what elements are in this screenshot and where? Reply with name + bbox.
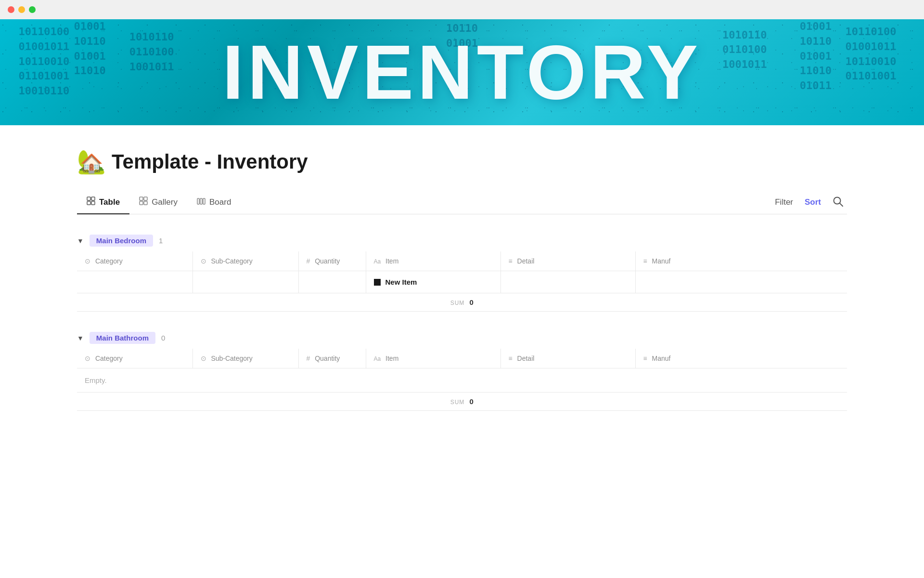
table-header-row-bathroom: ⊙ Category ⊙ Sub-Category # Quantity Aa … xyxy=(77,349,847,368)
table-icon xyxy=(87,197,95,208)
svg-rect-10 xyxy=(203,198,205,204)
svg-rect-6 xyxy=(140,201,143,205)
category-col-icon-b: ⊙ xyxy=(85,355,90,362)
th-subcategory-bathroom[interactable]: ⊙ Sub-Category xyxy=(192,349,298,368)
svg-rect-5 xyxy=(144,197,147,200)
svg-rect-0 xyxy=(87,197,90,200)
quantity-col-icon: # xyxy=(307,257,310,265)
gallery-icon xyxy=(139,197,148,208)
tab-actions: Filter Sort xyxy=(775,196,847,209)
group-label-bedroom[interactable]: Main Bedroom xyxy=(90,235,153,247)
group-main-bedroom: ▼ Main Bedroom 1 ⊙ Category ⊙ Sub-Catego… xyxy=(77,230,847,312)
th-manuf-bathroom[interactable]: ≡ Manuf xyxy=(635,349,847,368)
svg-rect-7 xyxy=(144,201,147,205)
group-count-bedroom: 1 xyxy=(159,236,163,245)
sum-row-bedroom: SUM 0 xyxy=(77,293,847,312)
cell-detail-0[interactable] xyxy=(500,271,635,293)
filter-button[interactable]: Filter xyxy=(775,197,793,207)
maximize-button[interactable] xyxy=(29,6,36,13)
cell-quantity-0[interactable] xyxy=(298,271,366,293)
subcategory-col-icon: ⊙ xyxy=(201,257,206,265)
subcategory-col-icon-b: ⊙ xyxy=(201,355,206,362)
group-main-bathroom: ▼ Main Bathroom 0 ⊙ Category ⊙ Sub-Categ… xyxy=(77,327,847,411)
group-count-bathroom: 0 xyxy=(161,334,165,342)
th-quantity-bathroom[interactable]: # Quantity xyxy=(298,349,366,368)
tab-gallery[interactable]: Gallery xyxy=(129,191,187,214)
svg-line-12 xyxy=(840,203,843,206)
th-manuf-bedroom[interactable]: ≡ Manuf xyxy=(635,251,847,271)
close-button[interactable] xyxy=(8,6,14,13)
tab-table-label: Table xyxy=(99,197,120,207)
th-detail-bedroom[interactable]: ≡ Detail xyxy=(500,251,635,271)
board-icon xyxy=(197,197,205,207)
new-item-icon xyxy=(374,279,381,286)
detail-col-icon: ≡ xyxy=(509,257,513,265)
tab-gallery-label: Gallery xyxy=(152,197,178,207)
main-content: 🏡 Template - Inventory Table xyxy=(0,125,924,434)
page-title-row: 🏡 Template - Inventory xyxy=(77,148,847,175)
titlebar xyxy=(0,0,924,19)
sum-value-bathroom: 0 xyxy=(469,397,474,406)
tabs-row: Table Gallery Boa xyxy=(77,191,847,214)
group-chevron-bedroom[interactable]: ▼ xyxy=(77,237,84,245)
category-col-icon: ⊙ xyxy=(85,257,90,265)
sum-value-bedroom: 0 xyxy=(469,298,474,306)
tab-table[interactable]: Table xyxy=(77,191,129,214)
sum-label-bathroom: SUM xyxy=(450,399,465,406)
new-item-label: New Item xyxy=(385,278,417,286)
empty-text-bathroom: Empty. xyxy=(77,368,847,393)
tab-board[interactable]: Board xyxy=(187,192,241,214)
cell-item-0[interactable]: New Item xyxy=(366,271,500,293)
svg-rect-3 xyxy=(91,201,95,205)
svg-rect-9 xyxy=(200,198,202,204)
svg-rect-2 xyxy=(87,201,90,205)
svg-rect-4 xyxy=(140,197,143,200)
th-subcategory-bedroom[interactable]: ⊙ Sub-Category xyxy=(192,251,298,271)
table-bathroom: ⊙ Category ⊙ Sub-Category # Quantity Aa … xyxy=(77,349,847,393)
th-category-bathroom[interactable]: ⊙ Category xyxy=(77,349,192,368)
th-detail-bathroom[interactable]: ≡ Detail xyxy=(500,349,635,368)
sort-button[interactable]: Sort xyxy=(805,197,821,207)
quantity-col-icon-b: # xyxy=(307,355,310,362)
group-header-bathroom: ▼ Main Bathroom 0 xyxy=(77,327,847,349)
page-emoji: 🏡 xyxy=(77,148,106,175)
th-category-bedroom[interactable]: ⊙ Category xyxy=(77,251,192,271)
th-item-bedroom[interactable]: Aa Item xyxy=(366,251,500,271)
table-bedroom: ⊙ Category ⊙ Sub-Category # Quantity Aa … xyxy=(77,251,847,293)
svg-rect-8 xyxy=(197,198,199,204)
svg-rect-1 xyxy=(91,197,95,200)
hero-banner: 1011010001001011101100100110100110010110… xyxy=(0,19,924,125)
detail-col-icon-b: ≡ xyxy=(509,355,513,362)
table-row[interactable]: New Item xyxy=(77,271,847,293)
th-item-bathroom[interactable]: Aa Item xyxy=(366,349,500,368)
item-col-icon-b: Aa xyxy=(374,355,381,362)
minimize-button[interactable] xyxy=(18,6,25,13)
sum-row-bathroom: SUM 0 xyxy=(77,393,847,411)
hero-title: INVENTORY xyxy=(222,28,702,117)
cell-category-0[interactable] xyxy=(77,271,192,293)
th-quantity-bedroom[interactable]: # Quantity xyxy=(298,251,366,271)
tab-board-label: Board xyxy=(209,197,231,207)
search-button[interactable] xyxy=(833,196,843,209)
page-title: Template - Inventory xyxy=(112,150,308,173)
sum-label-bedroom: SUM xyxy=(450,300,465,306)
cell-subcategory-0[interactable] xyxy=(192,271,298,293)
group-label-bathroom[interactable]: Main Bathroom xyxy=(90,332,155,344)
group-header-bedroom: ▼ Main Bedroom 1 xyxy=(77,230,847,251)
empty-row-bathroom: Empty. xyxy=(77,368,847,393)
cell-manuf-0[interactable] xyxy=(635,271,847,293)
group-chevron-bathroom[interactable]: ▼ xyxy=(77,334,84,342)
manuf-col-icon-b: ≡ xyxy=(643,355,647,362)
manuf-col-icon: ≡ xyxy=(643,257,647,265)
table-header-row-bedroom: ⊙ Category ⊙ Sub-Category # Quantity Aa … xyxy=(77,251,847,271)
item-col-icon: Aa xyxy=(374,258,381,265)
